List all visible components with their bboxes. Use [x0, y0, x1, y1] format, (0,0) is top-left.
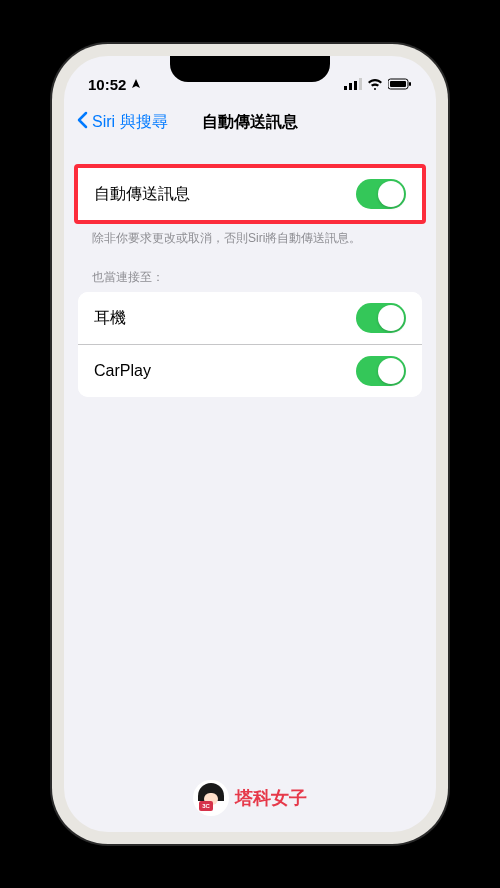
battery-icon [388, 78, 412, 90]
toggle-knob [378, 358, 404, 384]
connection-group: 耳機 CarPlay [78, 292, 422, 397]
content: 自動傳送訊息 除非你要求更改或取消，否則Siri將自動傳送訊息。 也當連接至： … [64, 144, 436, 417]
carplay-row: CarPlay [78, 345, 422, 397]
headphones-row: 耳機 [78, 292, 422, 345]
auto-send-label: 自動傳送訊息 [94, 184, 190, 205]
avatar-badge: 3C [199, 801, 213, 811]
status-right [344, 78, 412, 90]
phone-screen: 10:52 Si [64, 56, 436, 832]
carplay-label: CarPlay [94, 362, 151, 380]
carplay-toggle[interactable] [356, 356, 406, 386]
back-label: Siri 與搜尋 [92, 112, 168, 133]
toggle-knob [378, 181, 404, 207]
wifi-icon [367, 78, 383, 90]
auto-send-row: 自動傳送訊息 [78, 168, 422, 220]
status-time: 10:52 [88, 76, 126, 93]
back-button[interactable]: Siri 與搜尋 [76, 111, 168, 133]
location-icon [130, 76, 142, 93]
watermark: 3C 塔科女子 [193, 780, 307, 816]
status-left: 10:52 [88, 76, 142, 93]
headphones-label: 耳機 [94, 308, 126, 329]
signal-icon [344, 78, 362, 90]
footer-text: 除非你要求更改或取消，否則Siri將自動傳送訊息。 [64, 224, 436, 253]
svg-rect-0 [344, 86, 347, 90]
svg-rect-3 [359, 78, 362, 90]
watermark-avatar: 3C [193, 780, 229, 816]
section-header: 也當連接至： [64, 253, 436, 292]
chevron-left-icon [76, 111, 88, 133]
highlighted-row: 自動傳送訊息 [74, 164, 426, 224]
watermark-text: 塔科女子 [235, 786, 307, 810]
svg-rect-6 [409, 82, 411, 86]
svg-rect-2 [354, 81, 357, 90]
phone-frame: 10:52 Si [52, 44, 448, 844]
auto-send-toggle[interactable] [356, 179, 406, 209]
toggle-knob [378, 305, 404, 331]
nav-bar: Siri 與搜尋 自動傳送訊息 [64, 100, 436, 144]
nav-title: 自動傳送訊息 [202, 112, 298, 133]
notch [170, 56, 330, 82]
headphones-toggle[interactable] [356, 303, 406, 333]
svg-rect-1 [349, 83, 352, 90]
svg-rect-5 [390, 81, 406, 87]
